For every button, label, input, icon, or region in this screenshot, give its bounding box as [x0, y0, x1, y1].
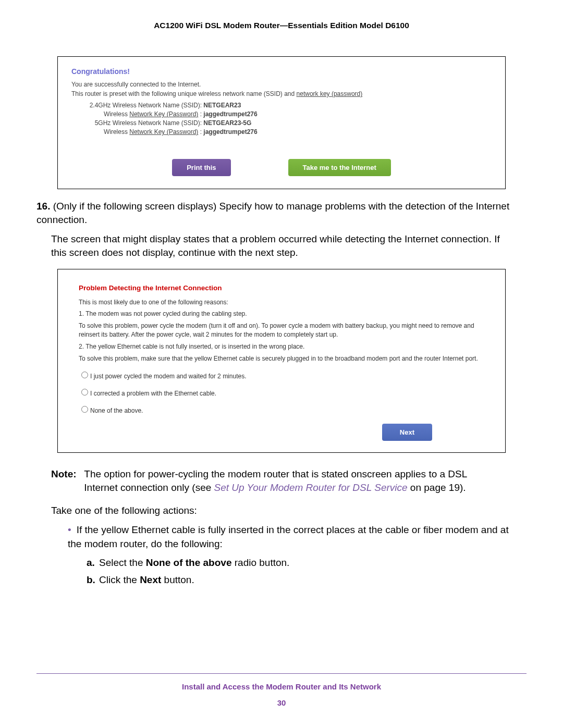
print-this-button[interactable]: Print this — [172, 159, 230, 176]
problem-reason-1-solve: To solve this problem, power cycle the m… — [79, 322, 484, 339]
congrats-text: You are successfully connected to the In… — [71, 81, 492, 88]
document-title: AC1200 WiFi DSL Modem Router—Essentials … — [36, 21, 527, 30]
screenshot-congratulations: Congratulations! You are successfully co… — [57, 56, 506, 189]
key-24ghz: Wireless Network Key (Password) : jagged… — [82, 110, 492, 118]
problem-intro: This is most likely due to one of the fo… — [79, 298, 484, 307]
actions-intro: Take one of the following actions: — [51, 504, 512, 517]
next-button[interactable]: Next — [382, 424, 432, 441]
radio-ethernet-fixed[interactable]: I corrected a problem with the Ethernet … — [79, 387, 484, 397]
step-16-para: The screen that might display states tha… — [51, 232, 512, 259]
problem-reason-2: 2. The yellow Ethernet cable is not full… — [79, 342, 484, 351]
screenshot-problem: Problem Detecting the Internet Connectio… — [57, 269, 506, 453]
page-footer: Install and Access the Modem Router and … — [36, 669, 527, 707]
step-16: 16. (Only if the following screen displa… — [36, 200, 527, 226]
problem-reason-2-solve: To solve this problem, make sure that th… — [79, 354, 484, 363]
ssid-5ghz: 5GHz Wireless Network Name (SSID): NETGE… — [82, 119, 492, 127]
congrats-heading: Congratulations! — [71, 67, 492, 76]
congrats-text: This router is preset with the following… — [71, 90, 492, 97]
take-me-to-internet-button[interactable]: Take me to the Internet — [288, 159, 391, 176]
problem-heading: Problem Detecting the Internet Connectio… — [79, 284, 484, 292]
problem-reason-1: 1. The modem was not power cycled during… — [79, 310, 484, 318]
bullet-item: •If the yellow Ethernet cable is fully i… — [68, 523, 512, 587]
radio-none-of-above[interactable]: None of the above. — [79, 404, 484, 414]
substep-b: b.Click the Next button. — [87, 573, 512, 587]
ssid-24ghz: 2.4GHz Wireless Network Name (SSID): NET… — [82, 102, 492, 109]
key-5ghz: Wireless Network Key (Password) : jagged… — [82, 128, 492, 135]
link-dsl-setup[interactable]: Set Up Your Modem Router for DSL Service — [214, 482, 408, 493]
footer-page-number: 30 — [36, 698, 527, 707]
note-block: Note: The option for power-cycling the m… — [51, 467, 512, 494]
substep-a: a.Select the None of the above radio but… — [87, 556, 512, 570]
footer-section-title: Install and Access the Modem Router and … — [36, 682, 527, 691]
radio-power-cycled[interactable]: I just power cycled the modem and waited… — [79, 370, 484, 380]
